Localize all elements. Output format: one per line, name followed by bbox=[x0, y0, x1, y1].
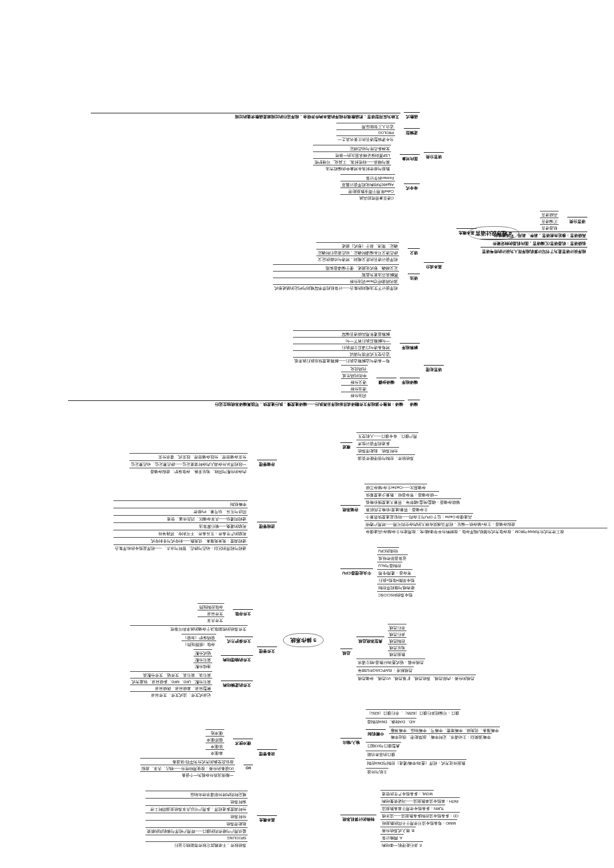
leaf: 程序设计语言的意义规则，对语句功能的定义 bbox=[316, 256, 399, 262]
protect-label: 文件保护方式 bbox=[225, 636, 253, 644]
leaf: 存取（权限矩阵） bbox=[182, 640, 216, 646]
leaf: 代码优化 bbox=[341, 365, 368, 371]
bus-types-label: 典型系统总线 bbox=[356, 636, 384, 644]
io-label: I/O bbox=[244, 765, 253, 771]
leaf: MIMO：每条指令流可作用于不同的数据组 bbox=[380, 819, 457, 825]
leaf: 串行总线 bbox=[388, 624, 406, 630]
leaf: CD：多条指令流控制多条数据流——流水线 bbox=[380, 812, 460, 818]
branch-label: 语言处理 bbox=[424, 365, 444, 372]
leaf: Fortran科学计算 bbox=[340, 174, 395, 180]
leaf: 定义精确、形式化描述、便于编译器实现 bbox=[273, 264, 399, 270]
leaf: 总线的分类：内部总线、系统总线、扩展总线、I/O总线、存储总线 bbox=[356, 675, 476, 681]
branch-label: 概述 bbox=[340, 443, 352, 450]
leaf: 记录式文件、流式文件、文件目录 bbox=[130, 691, 212, 697]
leaf: 用户接口、命令接口——人机交互 bbox=[356, 432, 418, 438]
leaf: 语义分析 bbox=[341, 378, 368, 384]
leaf: 高级语言 bbox=[540, 211, 559, 217]
compile-program-label: 编译程序 bbox=[400, 378, 420, 385]
leaf: PATH：单指令流单数据流——冯诺依曼结构 bbox=[380, 797, 460, 803]
leaf: 支持多态性与动态绑定 bbox=[313, 145, 391, 151]
branch-overview: 概述 系统软件、控制与管理硬件资源 分时系统、批处理系统 多道程序设计技术 用户… bbox=[340, 432, 424, 460]
branch-cpu: 中央处理器CPU 指令系统RISC/CISC 硬布线与微程序控制 指令周期=取指… bbox=[340, 547, 421, 597]
branch-label: 基本概念 bbox=[257, 815, 277, 823]
leaf: 存储层次——Cache/主存/辅存三级 bbox=[364, 484, 427, 490]
leaf: 数据总线 bbox=[388, 650, 406, 657]
leaf: 一句解释后执行再下一句 bbox=[293, 337, 391, 343]
leaf: 当今逻辑型语言的主要代表之一 bbox=[336, 135, 395, 141]
branch-language-processing: 语言处理 编译 编译：将整个源程序文件翻译成目标程序后再执行——编译速度慢，执行… bbox=[68, 330, 444, 407]
imperative-label: 命令式 bbox=[404, 183, 420, 191]
leaf: 中间代码生成 bbox=[341, 372, 368, 378]
leaf: 分时系统、批处理系统 bbox=[356, 447, 399, 453]
buffer-label: 缓冲技术 bbox=[233, 739, 253, 746]
leaf: I/O设备的分类：按使用特性分——独占、共享、虚拟 bbox=[140, 765, 235, 771]
leaf: 系统软件、控制与管理硬件资源 bbox=[356, 454, 415, 460]
leaf: 程序设计下文法规则的集合——计算机程序书写规则与约定的描述形式 bbox=[273, 284, 399, 290]
leaf: 批处理系统 bbox=[145, 820, 248, 826]
leaf: 文件系统的性能取决于存储的效率和可靠性 bbox=[130, 625, 248, 631]
leaf: 内存的分配与回收、地址变换、存取保护、虚拟存储器 bbox=[129, 468, 248, 474]
leaf: 程序设计语言是为了书写计算机程序而人为设计的符号语言 bbox=[481, 247, 587, 254]
leaf: 指令周期=取指+执行 bbox=[377, 576, 416, 582]
leaf: 指令系统RISC/CISC bbox=[377, 591, 414, 597]
file-access-label: 文件存取 bbox=[233, 609, 253, 616]
branch-os-basic-concept: 基本概念 系统软件，不依赖其它软件而能独立运行 SPOOLING 提供用户与硬件… bbox=[145, 791, 277, 847]
leaf: 一般情况将外存视为一个设备 bbox=[140, 771, 235, 777]
physical-structure-label: 文件的物理结构 bbox=[221, 655, 253, 663]
branch-label: 中央处理器CPU bbox=[340, 568, 373, 576]
leaf: 图解表示法更为直观 bbox=[273, 271, 399, 277]
branch-label: 设备管理 bbox=[257, 750, 277, 757]
leaf: C语言兼容性好高效 bbox=[340, 194, 395, 200]
leaf: 分时调度多道程序，多用户可以共享系统资源同时工作 bbox=[145, 805, 248, 811]
leaf: B. 嵌入式系统分类 bbox=[380, 827, 416, 833]
leaf: 控制器与ALU bbox=[377, 562, 403, 568]
leaf: 高级语言：接近自然语言，易学、易用、可移植性好 bbox=[481, 232, 587, 238]
leaf: 死锁的避免——银行家算法 bbox=[113, 522, 248, 528]
branch-basic-concept: 基本概念 程序设计语言是为了书写计算机程序而人为设计的符号语言 低级语言：机器语… bbox=[456, 211, 587, 254]
leaf: Algol60为结构化程序设计奠基 bbox=[340, 181, 395, 187]
leaf: 多道程序设计技术 bbox=[356, 440, 391, 446]
leaf: 索引分配、UFD、MFD、多级目录、快捷方式 bbox=[130, 678, 212, 684]
leaf: 适合交互式环境与调试 bbox=[293, 350, 391, 356]
leaf: MCML：多条指令产生的管道 bbox=[380, 790, 434, 796]
compile-label: 编译 bbox=[408, 400, 420, 407]
functional-label: 函数式 bbox=[404, 112, 420, 119]
leaf: 地址总线 bbox=[388, 644, 406, 650]
leaf: 同步与互斥、信号量、PV操作 bbox=[113, 508, 248, 514]
leaf: A. 网格计算 bbox=[380, 834, 404, 840]
leaf: 一段程序从外存调入内存时需要定位——静态重定位、动态重定位 bbox=[129, 460, 248, 466]
leaf: A/D、D/A转换、DMA控制器 bbox=[366, 718, 417, 724]
leaf: 中断源类别：主动请求、定时中断、故障处理、强迫中断 bbox=[389, 733, 492, 739]
leaf: 总线标准：ISA/PCI/AGP/USB等 bbox=[356, 667, 414, 673]
leaf: 死锁的产生条件：互斥条件、不可剥夺、环路等待 bbox=[113, 530, 248, 536]
leaf: 编译：将整个源程序文件翻译成目标程序后再执行——编译速度慢，执行速度快，可脱离编… bbox=[68, 400, 404, 407]
leaf: 低级语言：机器语言/汇编语言，面向机器的特定硬件 bbox=[481, 239, 587, 246]
leaf: 树型目录、单级目录、两级目录 bbox=[130, 685, 212, 691]
branch-storage-mgmt: 存储管理 内存的分配与回收、地址变换、存取保护、虚拟存储器 一段程序从外存调入内… bbox=[129, 453, 277, 474]
leaf: 接口的基本功能 bbox=[366, 751, 396, 757]
leaf: 并行总线 bbox=[388, 630, 406, 636]
leaf: 静态语义可在编译时确定，动态需运行时确定 bbox=[316, 249, 399, 255]
leaf: 寄存器：通用/专用 bbox=[377, 569, 413, 575]
leaf: 密码保护（加密） bbox=[182, 634, 216, 640]
leaf: 连续分配 bbox=[194, 663, 212, 669]
leaf: 虚拟存储器：主存+辅存统一编址，程序员感觉有很大的内存空间可用——对用户透明 bbox=[364, 520, 517, 526]
leaf: LSP原则保证继承层次的一致性 bbox=[313, 151, 391, 157]
branch-file-mgmt: 文件管理 文件的逻辑结构 记录式文件、流式文件、文件目录 树型目录、单级目录、两… bbox=[130, 603, 277, 697]
leaf: 对每条语句口译后立即执行 bbox=[293, 344, 391, 350]
leaf: 适合人工智能应用 bbox=[336, 123, 395, 129]
leaf: 词法分析 bbox=[341, 392, 368, 398]
branch-label: 特殊的计算机系统 bbox=[340, 815, 376, 823]
branch-process-mgmt: 进程管理 进程与程序的区别：动态与静态、暂时与永久、——程序是指令的有序集合 进… bbox=[113, 500, 277, 550]
leaf: 又称为应用型语言，把函数视作程序的基本构件并组合，程序运行的过程就是函数求值的过… bbox=[91, 113, 400, 119]
leaf: 源代码需经过lexer词法分析 bbox=[273, 278, 399, 284]
leaf: 分时系统 bbox=[145, 813, 248, 819]
sub-label: 语言分类 bbox=[567, 217, 587, 224]
branch-device-mgmt: 设备管理 I/O 一般情况将外存视为一个设备 I/O设备的分类：按使用特性分——… bbox=[140, 729, 277, 777]
branch-label: 基本概念 bbox=[456, 228, 477, 236]
oop-label: 面向对象 bbox=[400, 154, 420, 161]
leaf: 接口：可编程并行接口（8255）、串行接口（8251） bbox=[366, 709, 460, 715]
leaf: 按信息交换的方式分为字符/块设备 bbox=[140, 758, 235, 764]
leaf: 主存储器：容量/速度/价格之间折衷 bbox=[364, 506, 429, 512]
leaf: 文件目录 bbox=[198, 610, 224, 616]
